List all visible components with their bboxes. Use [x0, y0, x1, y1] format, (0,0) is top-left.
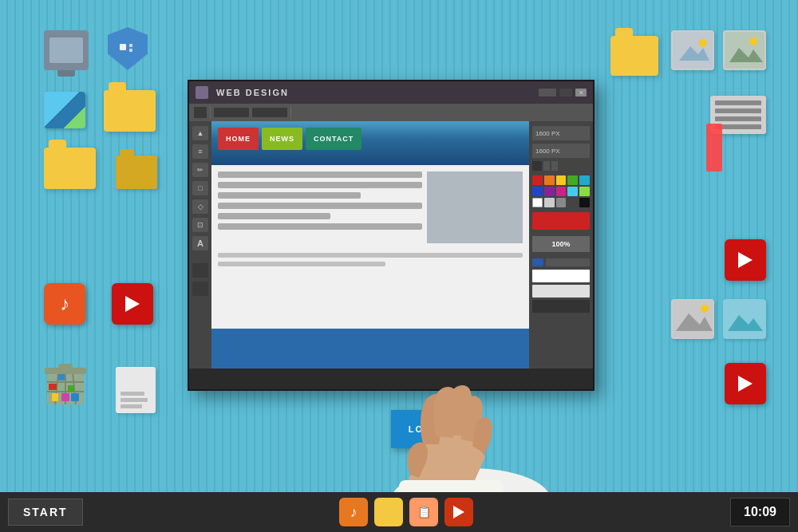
desktop-icon-youtube-left[interactable]: [112, 283, 153, 325]
eraser-tool[interactable]: ⊡: [192, 218, 208, 232]
photo-blue-icon: [44, 92, 85, 128]
window-controls: ✕: [539, 89, 587, 97]
nav-home-btn[interactable]: HOME: [218, 128, 259, 150]
svg-rect-0: [120, 44, 126, 50]
pointer-tool[interactable]: ▲: [192, 126, 208, 140]
svg-rect-20: [725, 32, 764, 69]
swatch-red[interactable]: [532, 175, 543, 185]
taskbar-note-symbol: 📋: [417, 506, 431, 518]
monitor-icon: [44, 30, 89, 70]
shield-inner-icon: [118, 41, 137, 57]
swatch-orange[interactable]: [544, 175, 555, 185]
diamond-tool[interactable]: ◇: [192, 199, 208, 214]
swatch-red-large[interactable]: [532, 212, 590, 230]
desktop-icon-photo-r4[interactable]: [723, 299, 766, 339]
desktop-icon-folder3[interactable]: [116, 156, 157, 189]
layer-item-lgray[interactable]: [532, 285, 590, 298]
folder3-icon: [116, 156, 157, 189]
canvas-width-field[interactable]: 1600 PX: [532, 126, 590, 140]
taskbar-play-icon[interactable]: [444, 498, 473, 526]
swatch-green[interactable]: [567, 175, 578, 185]
minimize-button[interactable]: [539, 89, 556, 97]
toolbar-seg3[interactable]: [252, 108, 287, 117]
photo-r4-svg: [725, 301, 764, 337]
swatch-gray[interactable]: [556, 198, 567, 207]
panel-scroll2[interactable]: [551, 161, 558, 171]
nav-contact-btn[interactable]: CONTACT: [306, 128, 361, 150]
site-header: HOME NEWS CONTACT: [211, 121, 529, 165]
site-image-box: [427, 171, 523, 243]
desktop-icon-music[interactable]: ♪: [44, 283, 85, 325]
swatch-cyan[interactable]: [579, 175, 590, 185]
layer-item-white[interactable]: [532, 270, 590, 282]
site-content: [211, 165, 529, 250]
desktop-icon-photo-r1[interactable]: [671, 30, 714, 70]
zoom-field[interactable]: 100%: [532, 236, 590, 252]
swatch-lgray[interactable]: [544, 198, 555, 207]
desktop-icon-youtube-r1[interactable]: [725, 239, 766, 281]
desktop-icon-photo-blue[interactable]: [44, 92, 85, 128]
doc-line3: [120, 404, 142, 408]
maximize-button[interactable]: [559, 89, 572, 97]
rectangle-tool[interactable]: □: [192, 181, 208, 195]
desktop-icon-photo-r3[interactable]: [671, 299, 714, 339]
svg-point-19: [699, 39, 707, 47]
play-triangle-icon: [125, 296, 140, 312]
svg-rect-1: [129, 44, 132, 47]
photo-r1-svg: [673, 32, 713, 69]
toolbar-sep2: [290, 106, 291, 119]
window-title: WEB DESIGN: [216, 88, 534, 97]
desktop-icon-document-left[interactable]: [116, 367, 156, 413]
layer-item-dark[interactable]: [532, 300, 590, 313]
tool-extra1[interactable]: [192, 263, 208, 278]
site-text-area: [218, 171, 422, 243]
tool-extra2[interactable]: [192, 282, 208, 296]
desktop-icon-photo-r2[interactable]: [723, 30, 766, 70]
desktop-icon-folder1[interactable]: [104, 90, 156, 132]
panel-controls: [532, 161, 590, 171]
window-title-icon: [196, 86, 208, 99]
pencil-tool[interactable]: ✏: [192, 163, 208, 177]
desktop-icon-youtube-r2[interactable]: [725, 363, 766, 404]
layers-header: [532, 258, 590, 266]
layer-icon2[interactable]: [546, 258, 590, 266]
nav-news-btn[interactable]: NEWS: [262, 128, 302, 150]
panel-btn1[interactable]: [532, 161, 542, 171]
monitor-screen: [49, 37, 83, 63]
swatch-blue[interactable]: [532, 187, 543, 196]
doc-line2: [120, 398, 148, 402]
tools-panel: ▲ ≡ ✏ □ ◇ ⊡ A: [189, 121, 211, 368]
swatch-white[interactable]: [532, 198, 543, 207]
canvas-height-field[interactable]: 1600 PX: [532, 144, 590, 158]
taskbar-music-icon[interactable]: ♪: [339, 498, 368, 526]
toolbar-seg4[interactable]: [550, 108, 588, 117]
swatch-black[interactable]: [579, 198, 590, 207]
taskbar-folder-icon[interactable]: [374, 498, 403, 526]
desktop-icon-folder2[interactable]: [44, 148, 96, 189]
close-button[interactable]: ✕: [575, 89, 587, 97]
swatch-lightblue[interactable]: [567, 187, 578, 196]
desktop-icon-trash[interactable]: [44, 363, 87, 414]
swatch-purple[interactable]: [544, 187, 555, 196]
start-button[interactable]: START: [8, 499, 83, 526]
text-tool[interactable]: A: [192, 236, 208, 250]
desktop-icon-monitor[interactable]: [44, 30, 89, 70]
taskbar-note-icon[interactable]: 📋: [409, 498, 438, 526]
panel-scroll[interactable]: [543, 161, 550, 171]
desktop-icon-folder-top-right[interactable]: [610, 36, 658, 76]
photo-r3-svg: [673, 301, 713, 337]
desktop-icon-shield[interactable]: [108, 27, 148, 70]
layer-icon1[interactable]: [532, 258, 543, 266]
swatch-yellow[interactable]: [556, 175, 567, 185]
toolbar-seg2[interactable]: [214, 108, 249, 117]
toolbar-seg1[interactable]: [194, 107, 207, 118]
swatch-pink[interactable]: [556, 187, 567, 196]
canvas-height-label: 1600 PX: [535, 148, 560, 155]
layers-area: [532, 258, 590, 313]
zoom-label: 100%: [551, 240, 570, 248]
window-titlebar[interactable]: WEB DESIGN ✕: [189, 81, 593, 104]
site-image-svg: [427, 171, 523, 243]
swatch-lightgreen[interactable]: [579, 187, 590, 196]
lines-tool[interactable]: ≡: [192, 144, 208, 159]
swatch-dgray[interactable]: [567, 198, 578, 207]
